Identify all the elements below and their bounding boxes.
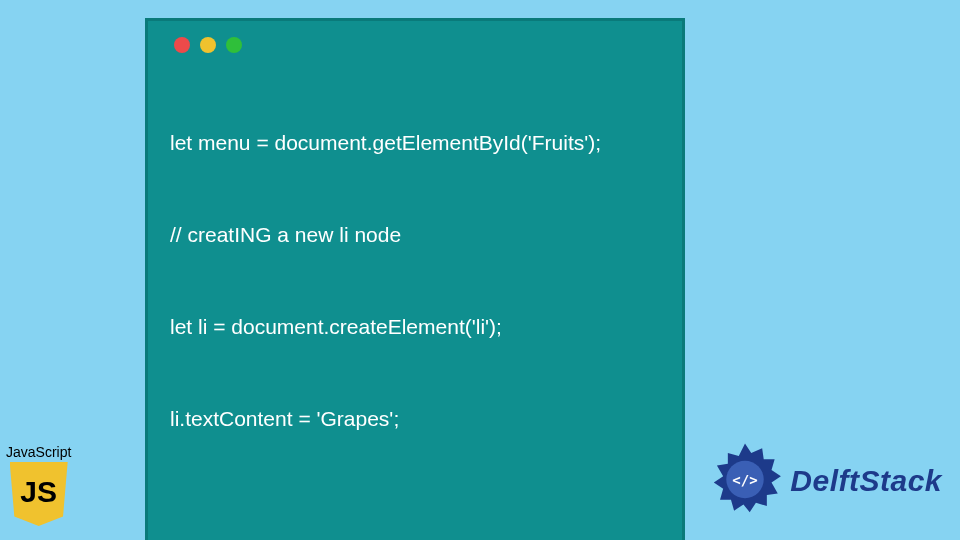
code-glyph-icon: </> — [733, 472, 758, 488]
maximize-icon — [226, 37, 242, 53]
code-line: li.textContent = 'Grapes'; — [170, 404, 660, 433]
javascript-label: JavaScript — [6, 444, 71, 460]
close-icon — [174, 37, 190, 53]
delftstack-gear-icon: </> — [706, 442, 784, 520]
delftstack-text: DelftStack — [790, 464, 942, 498]
javascript-badge: JavaScript JS — [6, 444, 71, 526]
code-line — [170, 496, 660, 518]
javascript-icon-text: JS — [20, 475, 57, 509]
code-line: // creatING a new li node — [170, 220, 660, 249]
code-line: let menu = document.getElementById('Frui… — [170, 128, 660, 157]
code-window: let menu = document.getElementById('Frui… — [145, 18, 685, 540]
delftstack-logo: </> DelftStack — [706, 442, 942, 520]
minimize-icon — [200, 37, 216, 53]
javascript-shield-icon: JS — [10, 462, 68, 526]
code-block: let menu = document.getElementById('Frui… — [170, 69, 660, 540]
code-line: let li = document.createElement('li'); — [170, 312, 660, 341]
window-controls — [174, 37, 660, 53]
